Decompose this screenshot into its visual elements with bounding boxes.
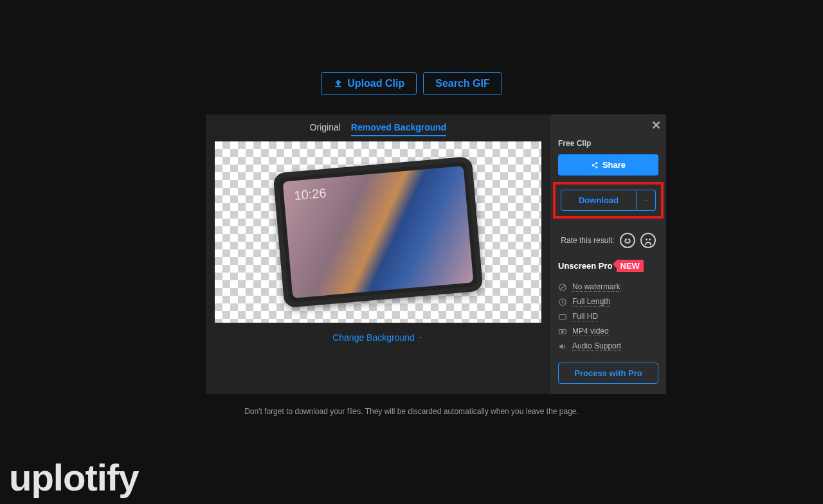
change-background-label: Change Background: [332, 332, 415, 343]
share-button[interactable]: Share: [558, 154, 658, 176]
search-gif-button[interactable]: Search GIF: [423, 72, 502, 95]
svg-line-1: [561, 285, 565, 289]
download-dropdown-button[interactable]: [637, 190, 656, 211]
tab-original[interactable]: Original: [310, 122, 341, 136]
download-button[interactable]: Download: [561, 190, 637, 211]
new-badge: NEW: [617, 260, 644, 272]
upload-icon: [333, 78, 343, 89]
svg-rect-3: [559, 314, 566, 319]
caret-down-icon: [644, 198, 649, 203]
rate-sad-button[interactable]: [640, 233, 656, 248]
change-background-link[interactable]: Change Background: [332, 332, 424, 343]
tab-removed-background[interactable]: Removed Background: [351, 122, 447, 136]
close-button[interactable]: ✕: [651, 118, 661, 132]
watermark: uplotify: [9, 456, 138, 499]
share-icon: [591, 161, 599, 169]
no-watermark-icon: [558, 283, 567, 292]
tabs: Original Removed Background: [206, 114, 550, 141]
pro-title-row: Unscreen Pro NEW: [558, 260, 658, 272]
rate-row: Rate this result:: [558, 233, 658, 248]
feature-full-length: Full Length: [558, 294, 658, 309]
audio-icon: [558, 342, 567, 351]
feature-no-watermark: No watermark: [558, 280, 658, 294]
footer-note: Don't forget to download your files. The…: [0, 407, 823, 416]
clock-icon: [558, 298, 567, 307]
tablet-image: 10:26: [273, 156, 483, 308]
feature-mp4: MP4 video: [558, 324, 658, 339]
pro-title: Unscreen Pro: [558, 261, 613, 271]
pro-feature-list: No watermark Full Length Full HD MP4 vid…: [558, 280, 658, 354]
chevron-down-icon: [417, 334, 424, 341]
video-icon: [558, 327, 567, 336]
preview-canvas: 10:26: [215, 141, 541, 323]
main-panel: Original Removed Background 10:26 Change…: [206, 114, 550, 394]
feature-audio: Audio Support: [558, 339, 658, 354]
side-panel: ✕ Free Clip Share Download Rate this res…: [550, 114, 666, 394]
process-with-pro-button[interactable]: Process with Pro: [558, 363, 658, 384]
feature-full-hd: Full HD: [558, 309, 658, 324]
search-gif-label: Search GIF: [435, 78, 489, 89]
rate-label: Rate this result:: [561, 236, 614, 245]
share-label: Share: [602, 160, 626, 170]
upload-label: Upload Clip: [347, 78, 404, 89]
hd-icon: [558, 312, 567, 321]
download-highlight: Download: [553, 182, 664, 219]
upload-clip-button[interactable]: Upload Clip: [321, 72, 417, 95]
editor-container: Original Removed Background 10:26 Change…: [206, 114, 666, 394]
rate-happy-button[interactable]: [620, 233, 635, 248]
free-clip-title: Free Clip: [558, 139, 658, 148]
tablet-clock: 10:26: [294, 186, 327, 203]
